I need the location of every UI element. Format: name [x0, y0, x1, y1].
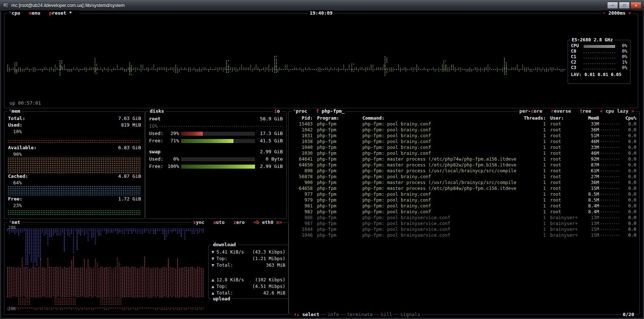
disk-used-meter	[181, 157, 255, 161]
process-cpu: 0.0	[622, 121, 636, 127]
mem-stat-name: Total:	[8, 115, 25, 122]
proc-box-number: ⁴	[293, 108, 296, 114]
sort-value: cpu lazy	[603, 108, 631, 114]
iface-switcher[interactable]: <b eth0 n>	[254, 219, 282, 225]
process-cpu: 0.0	[622, 197, 636, 203]
maximize-button[interactable]: □	[619, 2, 630, 9]
proc-filter[interactable]: f php-fpm_	[316, 108, 344, 114]
mem-stat-value: 7.63 GiB	[118, 115, 141, 122]
process-row[interactable]: 1044php-fpmphp-fpm: pool brainyservice.c…	[291, 226, 636, 232]
disk-gap	[149, 170, 283, 174]
process-row[interactable]: 1038php-fpmphp-fpm: pool brainy.conf1roo…	[291, 139, 636, 145]
titlebar[interactable]: >_ mc [root@ub24.itdeveloper.com.ua]:/li…	[0, 0, 644, 11]
process-cpu: 0.0	[622, 162, 636, 168]
menu-button[interactable]: menu	[29, 10, 40, 16]
process-row[interactable]: 15483php-fpmphp-fpm: pool brainy.conf1ro…	[291, 121, 636, 127]
process-row[interactable]: 1030php-fpmphp-fpm: pool brainy.conf1roo…	[291, 150, 636, 156]
process-mem-meter	[599, 197, 622, 203]
disk-free-meter-fill	[181, 165, 255, 169]
interval-decrease-button[interactable]: -	[603, 10, 606, 16]
process-row[interactable]: 64641php-fpmphp-fpm: master process (/et…	[291, 156, 636, 162]
process-pid: 64658	[291, 185, 313, 191]
mem-box: ²mem Total:7.63 GiBUsed:819 MiB10%Availa…	[4, 111, 145, 219]
sort-next-arrow[interactable]: >	[631, 108, 634, 114]
process-command: php-fpm: master process (/etc/php84w/php…	[359, 185, 524, 191]
process-program: php-fpm	[313, 185, 359, 191]
header-command[interactable]: Command:	[359, 115, 524, 121]
process-program: php-fpm	[313, 139, 359, 145]
process-mem-meter	[599, 139, 622, 145]
process-threads: 1	[524, 221, 546, 226]
process-threads: 1	[524, 191, 546, 197]
mem-stat-name: Cached:	[8, 173, 28, 180]
process-row[interactable]: 900php-fpmphp-fpm: master process (/usr/…	[291, 180, 636, 185]
process-row[interactable]: 982php-fpmphp-fpm: pool brainy.conf1root…	[291, 209, 636, 215]
select-control[interactable]: ↑↓ select	[292, 312, 321, 318]
process-cpu: 0.0	[622, 127, 636, 133]
io-toggle[interactable]: io	[273, 108, 281, 114]
signals-button[interactable]: signals	[399, 312, 422, 318]
header-pid[interactable]: Pid:	[291, 115, 313, 121]
process-program: php-fpm	[313, 121, 359, 127]
process-program: php-fpm	[313, 221, 359, 226]
process-command: php-fpm: pool brainyservice.conf	[359, 221, 524, 226]
process-row[interactable]: 898php-fpmphp-fpm: master process (/usr/…	[291, 168, 636, 174]
process-row[interactable]: 986php-fpmphp-fpm: pool brainyservice.co…	[291, 215, 636, 221]
process-pid: 1042	[291, 127, 313, 133]
process-user: root	[546, 185, 582, 191]
net-upload-label: Total:	[217, 290, 233, 296]
reverse-toggle[interactable]: reverse	[551, 108, 571, 114]
process-cpu: 0.0	[622, 168, 636, 174]
process-row[interactable]: 1046php-fpmphp-fpm: pool brainyservice.c…	[291, 232, 636, 238]
process-row[interactable]: 979php-fpmphp-fpm: pool brainy.conf1root…	[291, 197, 636, 203]
process-row[interactable]: 64650php-fpmphp-fpm: master process (/et…	[291, 162, 636, 168]
header-threads[interactable]: Threads:	[524, 115, 546, 121]
interval-increase-button[interactable]: +	[628, 10, 631, 16]
process-row[interactable]: 56878php-fpmphp-fpm: pool brainy.conf1ro…	[291, 174, 636, 180]
load-average-value: 0.01 0.01 0.05	[584, 72, 621, 77]
process-mem: 33M	[582, 121, 599, 127]
sort-prev-arrow[interactable]: <	[600, 108, 603, 114]
header-user[interactable]: User:	[546, 115, 582, 121]
process-row[interactable]: 981php-fpmphp-fpm: pool brainy.conf1root…	[291, 203, 636, 209]
download-label: download	[212, 242, 237, 248]
preset-button[interactable]: preset *	[49, 10, 72, 16]
process-pid: 1044	[291, 226, 313, 232]
process-mem: 46M	[582, 150, 599, 156]
net-traffic-graph	[7, 228, 205, 311]
info-label: nfo	[330, 312, 339, 317]
info-button[interactable]: info	[326, 312, 340, 318]
select-arrows-icon[interactable]: ↑↓	[294, 312, 300, 317]
process-row[interactable]: 1031php-fpmphp-fpm: pool brainy.conf1roo…	[291, 133, 636, 139]
process-command: php-fpm: master process (/etc/php82w/php…	[359, 162, 524, 168]
header-program[interactable]: Program:	[313, 115, 359, 121]
kill-button[interactable]: kill	[379, 312, 393, 318]
tree-toggle[interactable]: tree	[580, 108, 591, 114]
core-value: 0%	[617, 43, 627, 49]
close-button[interactable]: ✕	[630, 2, 641, 9]
sync-toggle[interactable]: sync	[193, 219, 204, 225]
terminate-button[interactable]: terminate	[346, 312, 374, 318]
process-row[interactable]: 977php-fpmphp-fpm: pool brainy.conf1root…	[291, 191, 636, 197]
iface-next-hotkey[interactable]: n>	[276, 219, 282, 225]
process-row[interactable]: 1040php-fpmphp-fpm: pool brainy.conf1roo…	[291, 145, 636, 150]
disk-io-label: IO%	[149, 123, 157, 130]
zero-toggle[interactable]: zero	[233, 219, 245, 225]
process-command: php-fpm: master process (/usr/local/brai…	[359, 168, 524, 174]
process-pid: 900	[291, 180, 313, 185]
header-cpu[interactable]: Cpu%	[622, 115, 636, 121]
auto-toggle[interactable]: auto	[213, 219, 224, 225]
per-core-toggle[interactable]: per-core	[519, 108, 542, 114]
process-program: php-fpm	[313, 156, 359, 162]
process-row[interactable]: 1042php-fpmphp-fpm: pool brainy.conf1roo…	[291, 127, 636, 133]
iface-prev-hotkey[interactable]: <b	[254, 219, 259, 225]
process-mem-meter	[599, 168, 622, 174]
process-row[interactable]: 64658php-fpmphp-fpm: master process (/et…	[291, 185, 636, 191]
process-mem-dots	[601, 147, 621, 148]
process-row[interactable]: 987php-fpmphp-fpm: pool brainyservice.co…	[291, 221, 636, 226]
interval-value: 2000ms	[608, 10, 625, 16]
process-program: php-fpm	[313, 209, 359, 215]
process-mem: 51M	[582, 133, 599, 139]
minimize-button[interactable]: ─	[607, 2, 618, 9]
header-mem[interactable]: MemB	[582, 115, 599, 121]
